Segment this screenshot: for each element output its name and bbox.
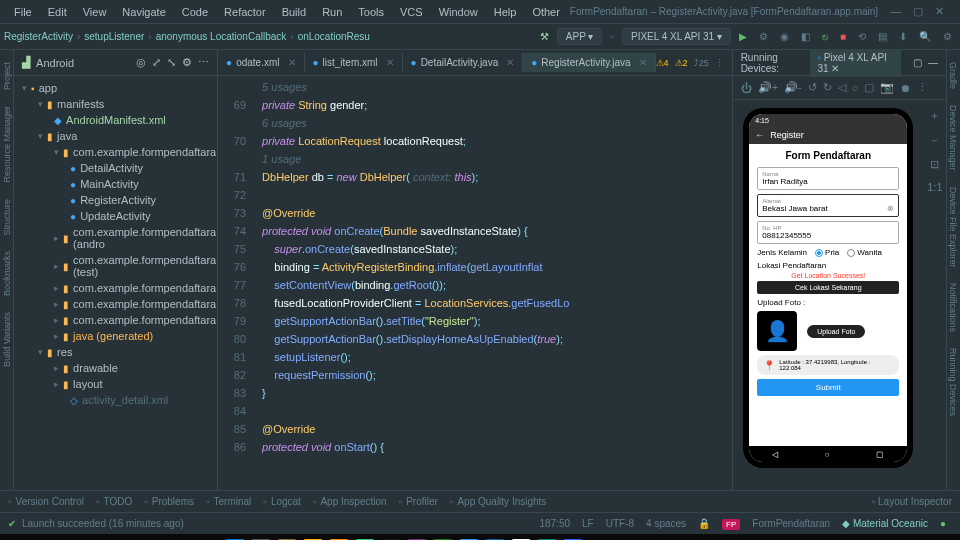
menu-run[interactable]: Run (316, 4, 348, 20)
profile-icon[interactable]: ◧ (797, 29, 814, 44)
submit-button[interactable]: Submit (757, 379, 899, 396)
tree-file[interactable]: ●UpdateActivity (14, 208, 217, 224)
menu-code[interactable]: Code (176, 4, 214, 20)
window-icon[interactable]: ▢ (913, 57, 922, 68)
target-icon[interactable]: ◎ (136, 56, 146, 69)
menu-window[interactable]: Window (433, 4, 484, 20)
zoom-fit-icon[interactable]: ⊡ (930, 158, 939, 171)
alamat-field[interactable]: AlamatBekasi Jawa barat⊗ (757, 194, 899, 217)
cek-lokasi-button[interactable]: Cek Lokasi Sekarang (757, 281, 899, 294)
expand-icon[interactable]: ⤢ (152, 56, 161, 69)
menu-refactor[interactable]: Refactor (218, 4, 272, 20)
more-icon[interactable]: ⋮ (917, 81, 928, 94)
tool-app-inspection[interactable]: ▫App Inspection (313, 496, 387, 507)
coverage-icon[interactable]: ◉ (776, 29, 793, 44)
menu-help[interactable]: Help (488, 4, 523, 20)
menu-other[interactable]: Other (526, 4, 566, 20)
breadcrumb[interactable]: RegisterActivity›setupListener›anonymous… (4, 31, 370, 42)
tool-resource-manager[interactable]: Resource Manager (2, 102, 12, 187)
menu-view[interactable]: View (77, 4, 113, 20)
tool-app-quality-insights[interactable]: ▫App Quality Insights (450, 496, 546, 507)
tool-device-file-explorer[interactable]: Device File Explorer (948, 183, 958, 272)
settings-icon[interactable]: ⚙ (182, 56, 192, 69)
tool-version-control[interactable]: ▫Version Control (8, 496, 84, 507)
tree-package[interactable]: ▸▮com.example.formpendaftaran (test) (14, 252, 217, 280)
editor-tab[interactable]: ●RegisterActivity.java✕ (523, 53, 655, 72)
sync-icon[interactable]: ⟲ (854, 29, 870, 44)
tree-package[interactable]: ▸▮com.example.formpendaftaran.adapto (14, 280, 217, 296)
minimize-icon[interactable]: — (890, 5, 901, 18)
tool-device-manager[interactable]: Device Manager (948, 101, 958, 175)
tool-build-variants[interactable]: Build Variants (2, 308, 12, 371)
hammer-icon[interactable]: ⚒ (536, 29, 553, 44)
tool-notifications[interactable]: Notifications (948, 279, 958, 336)
avd-icon[interactable]: ▤ (874, 29, 891, 44)
gender-radios[interactable]: Jenis Kelamin Pria Wanita (757, 248, 899, 257)
settings-icon[interactable]: ⚙ (939, 29, 956, 44)
editor-tab[interactable]: ●odate.xml✕ (218, 53, 304, 72)
tree-file[interactable]: ●DetailActivity (14, 160, 217, 176)
run-icon[interactable]: ▶ (735, 29, 751, 44)
tree-package[interactable]: ▸▮com.example.formpendaftaran.db (14, 296, 217, 312)
tree-folder[interactable]: ▸▮drawable (14, 360, 217, 376)
run-config-combo[interactable]: APP ▾ (557, 28, 603, 45)
editor-tab[interactable]: ●list_item.xml✕ (305, 53, 403, 72)
zoom-actual-icon[interactable]: 1:1 (927, 181, 942, 193)
tool-project[interactable]: Project (2, 58, 12, 94)
tool-problems[interactable]: ▫Problems (144, 496, 194, 507)
back-icon[interactable]: ◁ (838, 81, 846, 94)
tree-file[interactable]: ●RegisterActivity (14, 192, 217, 208)
encoding[interactable]: UTF-8 (600, 518, 640, 529)
nama-field[interactable]: NamaIrfan Raditya (757, 167, 899, 190)
volup-icon[interactable]: 🔊+ (758, 81, 778, 94)
tree-package[interactable]: ▸▮com.example.formpendaftaran.model (14, 312, 217, 328)
voldown-icon[interactable]: 🔊- (784, 81, 802, 94)
device-combo[interactable]: PIXEL 4 XL API 31 ▾ (622, 28, 731, 45)
status-dot-icon[interactable]: ● (934, 518, 952, 529)
power-icon[interactable]: ⏻ (741, 82, 752, 94)
menu-edit[interactable]: Edit (42, 4, 73, 20)
emulator-screen[interactable]: 4:15 ←Register Form Pendaftaran NamaIrfa… (749, 114, 907, 462)
menu-file[interactable]: File (8, 4, 38, 20)
tool-profiler[interactable]: ▫Profiler (399, 496, 438, 507)
menu-build[interactable]: Build (276, 4, 312, 20)
rotright-icon[interactable]: ↻ (823, 81, 832, 94)
project-tree[interactable]: ▾▪app ▾▮manifests ◆AndroidManifest.xml ▾… (14, 76, 217, 490)
upload-button[interactable]: Upload Foto (807, 325, 865, 338)
tool-running-devices[interactable]: Running Devices (948, 344, 958, 420)
readonly-icon[interactable]: 🔒 (692, 518, 716, 529)
minimize-icon[interactable]: — (928, 57, 938, 68)
code-area[interactable]: 69 70 71727374757677787980818283848586 5… (218, 76, 732, 490)
tree-file[interactable]: ●MainActivity (14, 176, 217, 192)
debug-icon[interactable]: ⚙ (755, 29, 772, 44)
layout-inspector[interactable]: ▫ Layout Inspector (872, 496, 952, 507)
tool-todo[interactable]: ▫TODO (96, 496, 132, 507)
collapse-icon[interactable]: ⤡ (167, 56, 176, 69)
stop-icon[interactable]: ■ (836, 29, 850, 44)
device-icon[interactable]: ▫ (606, 29, 618, 44)
overview-icon[interactable]: ▢ (864, 81, 874, 94)
zoom-out-icon[interactable]: － (929, 133, 940, 148)
project-name[interactable]: FormPendaftaran (746, 518, 836, 529)
maximize-icon[interactable]: ▢ (913, 5, 923, 18)
search-icon[interactable]: 🔍 (915, 29, 935, 44)
rotleft-icon[interactable]: ↺ (808, 81, 817, 94)
menu-vcs[interactable]: VCS (394, 4, 429, 20)
tool-logcat[interactable]: ▫Logcat (263, 496, 301, 507)
cursor-position[interactable]: 187:50 (533, 518, 576, 529)
screenshot-icon[interactable]: 📷 (880, 81, 894, 94)
record-icon[interactable]: ⏺ (900, 82, 911, 94)
project-panel-header[interactable]: ▟ Android ◎ ⤢ ⤡ ⚙ ⋯ (14, 50, 217, 76)
hp-field[interactable]: No. HP08812345555 (757, 221, 899, 244)
more-icon[interactable]: ⋯ (198, 56, 209, 69)
menu-tools[interactable]: Tools (352, 4, 390, 20)
close-icon[interactable]: ✕ (935, 5, 944, 18)
project-badge[interactable]: FP (722, 519, 740, 530)
sdk-icon[interactable]: ⬇ (895, 29, 911, 44)
editor-tab[interactable]: ●DetailActivity.java✕ (403, 53, 524, 72)
attach-icon[interactable]: ⎋ (818, 29, 832, 44)
tree-folder[interactable]: ▸▮layout (14, 376, 217, 392)
zoom-in-icon[interactable]: ＋ (929, 108, 940, 123)
location-link[interactable]: Get Location Sucesses! (757, 272, 899, 279)
line-ending[interactable]: LF (576, 518, 600, 529)
